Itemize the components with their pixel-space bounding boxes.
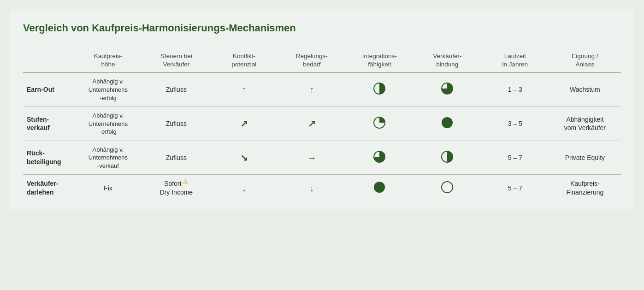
cell-rueckbeteiligung-kaufpreis: Abhängig v. Unternehmens -verkauf <box>74 141 142 175</box>
half-circle-icon <box>441 150 454 163</box>
comparison-table: Kaufpreis- höhe Steuern bei Verkäufer Ko… <box>23 47 621 201</box>
cell-stufenverkauf-laufzeit: 3 – 5 <box>481 107 549 141</box>
col-header-kaufpreis: Kaufpreis- höhe <box>74 47 142 72</box>
cell-earn-out-steuern: Zufluss <box>142 73 210 107</box>
three-quarter-circle-icon <box>373 150 386 163</box>
title-divider <box>23 39 621 39</box>
quarter-circle-icon <box>373 116 386 129</box>
col-header-eignung: Eignung / Anlass <box>549 47 621 72</box>
arrow-down-right-icon: ↘ <box>240 153 248 163</box>
cell-earn-out-kaufpreis: Abhängig v. Unternehmens -erfolg <box>74 73 142 107</box>
col-header-konflikt: Konflikt- potenzial <box>210 47 278 72</box>
cell-verkaeufer-darlehen-konflikt: ↓ <box>210 175 278 201</box>
col-header-integration: Integrations- fähigkeit <box>346 47 414 72</box>
cell-verkaeufer-darlehen-kaufpreis: Fix <box>74 175 142 201</box>
arrow-up-icon: ↑ <box>242 84 246 95</box>
header-row: Kaufpreis- höhe Steuern bei Verkäufer Ko… <box>23 47 621 72</box>
page-title: Vergleich von Kaufpreis-Harmonisierungs-… <box>23 22 621 34</box>
cell-verkaeufer-darlehen-laufzeit: 5 – 7 <box>481 175 549 201</box>
cell-rueckbeteiligung-integration <box>346 141 414 175</box>
arrow-right-icon: → <box>307 153 316 163</box>
cell-stufenverkauf-integration <box>346 107 414 141</box>
cell-stufenverkauf-eignung: Abhängigkeit vom Verkäufer <box>549 107 621 141</box>
arrow-down-icon: ↓ <box>309 183 314 193</box>
cell-verkaeufer-darlehen-integration <box>346 175 414 201</box>
cell-earn-out-eignung: Wachstum <box>549 73 621 107</box>
cell-rueckbeteiligung-eignung: Private Equity <box>549 141 621 175</box>
cell-stufenverkauf-kaufpreis: Abhängig v. Unternehmens -erfolg <box>74 107 142 141</box>
row-label-earn-out: Earn-Out <box>23 73 74 107</box>
table-row: Rück- beteiligung Abhängig v. Unternehme… <box>23 141 621 175</box>
table-row: Earn-Out Abhängig v. Unternehmens -erfol… <box>23 73 621 107</box>
main-container: Vergleich von Kaufpreis-Harmonisierungs-… <box>9 9 635 211</box>
table-row: Verkäufer- darlehen Fix Sofort⚠ Dry Inco… <box>23 175 621 201</box>
row-label-rueckbeteiligung: Rück- beteiligung <box>23 141 74 175</box>
arrow-up-right-icon: ↗ <box>240 118 248 129</box>
cell-stufenverkauf-konflikt: ↗ <box>210 107 278 141</box>
col-header-regelung: Regelungs- bedarf <box>278 47 346 72</box>
half-circle-icon <box>373 82 386 95</box>
row-label-stufenverkauf: Stufen- verkauf <box>23 107 74 141</box>
cell-verkaeufer-darlehen-regelung: ↓ <box>278 175 346 201</box>
arrow-up-icon: ↑ <box>309 84 314 95</box>
col-header-laufzeit: Laufzeit in Jahren <box>481 47 549 72</box>
svg-point-3 <box>442 117 453 128</box>
col-header-verkaeufer: Verkäufer- bindung <box>414 47 481 72</box>
cell-verkaeufer-darlehen-verkaeufer <box>414 175 481 201</box>
dry-income-text: Dry Income <box>160 189 193 196</box>
row-label-verkaeufer-darlehen: Verkäufer- darlehen <box>23 175 74 201</box>
cell-rueckbeteiligung-verkaeufer <box>414 141 481 175</box>
arrow-up-right-icon: ↗ <box>308 118 316 129</box>
cell-rueckbeteiligung-konflikt: ↘ <box>210 141 278 175</box>
cell-stufenverkauf-verkaeufer <box>414 107 481 141</box>
cell-rueckbeteiligung-laufzeit: 5 – 7 <box>481 141 549 175</box>
full-circle-icon <box>373 181 386 194</box>
cell-earn-out-regelung: ↑ <box>278 73 346 107</box>
cell-earn-out-integration <box>346 73 414 107</box>
cell-verkaeufer-darlehen-steuern: Sofort⚠ Dry Income <box>142 175 210 201</box>
cell-verkaeufer-darlehen-eignung: Kaufpreis- Finanzierung <box>549 175 621 201</box>
sofort-text: Sofort <box>164 179 181 188</box>
cell-earn-out-laufzeit: 1 – 3 <box>481 73 549 107</box>
cell-earn-out-verkaeufer <box>414 73 481 107</box>
cell-stufenverkauf-regelung: ↗ <box>278 107 346 141</box>
svg-point-6 <box>374 182 385 193</box>
col-header-steuern: Steuern bei Verkäufer <box>142 47 210 72</box>
empty-circle-icon <box>441 181 454 194</box>
cell-earn-out-konflikt: ↑ <box>210 73 278 107</box>
warning-icon: ⚠ <box>183 178 189 185</box>
cell-rueckbeteiligung-regelung: → <box>278 141 346 175</box>
cell-rueckbeteiligung-steuern: Zufluss <box>142 141 210 175</box>
three-quarter-circle-icon <box>441 82 454 95</box>
col-header-label <box>23 47 74 72</box>
svg-point-7 <box>442 182 453 193</box>
table-row: Stufen- verkauf Abhängig v. Unternehmens… <box>23 107 621 141</box>
full-circle-icon <box>441 116 454 129</box>
arrow-down-icon: ↓ <box>242 183 246 193</box>
cell-stufenverkauf-steuern: Zufluss <box>142 107 210 141</box>
